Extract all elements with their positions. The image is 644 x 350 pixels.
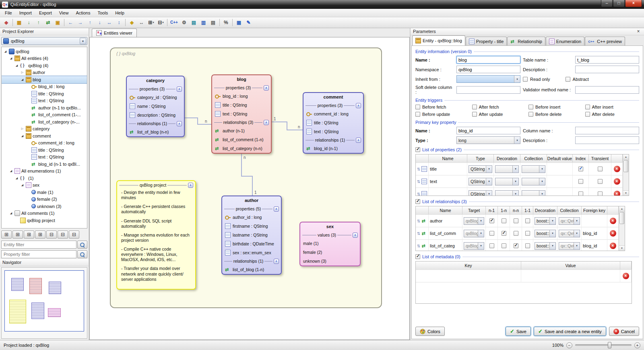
trigger-checkbox-after-update[interactable] — [472, 112, 477, 117]
dropdown-boost-s[interactable]: boost::s▾ — [535, 230, 556, 237]
tree-item-all-enumerations-1[interactable]: ◢All enumerations (1) — [2, 168, 87, 175]
menu-export[interactable]: Export — [35, 9, 56, 16]
expand-all-button[interactable]: ⊞ — [1, 231, 12, 239]
menu-actions[interactable]: Actions — [72, 9, 94, 16]
cpp-export-button[interactable]: C++ — [169, 18, 179, 27]
abstract-checkbox[interactable] — [566, 77, 570, 82]
table-scrollbar[interactable]: ▲▼ — [619, 206, 625, 251]
sync-entities-button[interactable]: ⇄ — [43, 18, 53, 27]
tree-item-qxblog-4[interactable]: ◢qxBlog (4) — [2, 62, 87, 69]
dropdown-empty[interactable]: ▾ — [522, 178, 545, 185]
align-right-button[interactable]: → — [76, 18, 85, 27]
tab-entities-viewer[interactable]: Entities viewer — [92, 29, 137, 37]
tree-item-unknown-3[interactable]: unknown (3) — [2, 203, 87, 210]
close-parameters-button[interactable]: × — [635, 28, 642, 35]
delete-row-button[interactable]: × — [610, 230, 616, 237]
tree-item-blog-id-long[interactable]: blog_id : long — [2, 83, 87, 91]
entity-box-comment[interactable]: commentproperties (3)∧comment_id : longt… — [303, 92, 364, 154]
tree-item-text-qstring[interactable]: text : QString — [2, 97, 87, 105]
entity-row[interactable]: male (1) — [300, 239, 360, 248]
expand-relationships-button[interactable]: ⊞ — [35, 231, 45, 239]
entity-row[interactable]: blog_id : long — [212, 92, 271, 101]
tab-property-title[interactable]: Property - title — [466, 37, 507, 45]
tree-item-1[interactable]: ◢(1) — [2, 175, 87, 182]
soft-delete-input[interactable] — [456, 86, 520, 94]
inherit-from-dropdown[interactable]: ▾ — [456, 75, 520, 83]
pk-column-input[interactable] — [575, 127, 639, 134]
trigger-checkbox-after-insert[interactable] — [585, 105, 590, 109]
table-view-button[interactable]: ▦ — [234, 18, 244, 27]
align-top-button[interactable]: ↑ — [85, 18, 95, 27]
entity-box-sex[interactable]: sexvalues (3)∧male (1)female (2)unknown … — [299, 222, 361, 266]
export-entities-button[interactable]: ↑ — [34, 18, 43, 27]
dropdown-qstring[interactable]: QString▾ — [469, 178, 492, 185]
namespace-input[interactable] — [456, 66, 520, 73]
dropdown-qxblog[interactable]: qxBlog::▾ — [464, 230, 484, 237]
delete-row-button[interactable]: × — [614, 178, 620, 185]
cardinality-1-n-checkbox[interactable] — [502, 231, 506, 236]
tree-item-comment[interactable]: ◢comment — [2, 132, 87, 140]
cardinality-1-1-checkbox[interactable] — [525, 243, 530, 248]
trigger-checkbox-before-update[interactable] — [415, 112, 420, 117]
cardinality-1-n-checkbox[interactable] — [502, 243, 506, 248]
edit-button[interactable]: ✎ — [244, 18, 253, 27]
tree-item-category[interactable]: ▷category — [2, 126, 87, 133]
relationships-section-checkbox[interactable] — [415, 199, 420, 204]
zoom-slider-thumb[interactable] — [608, 342, 611, 348]
menu-tools[interactable]: Tools — [94, 9, 111, 16]
trigger-checkbox-after-delete[interactable] — [585, 112, 590, 117]
tree-item-title-qstring[interactable]: title : QString — [2, 90, 87, 97]
collapse-section-button[interactable]: ∧ — [356, 103, 361, 108]
cardinality-1-1-checkbox[interactable] — [525, 231, 530, 236]
tree-expander[interactable]: ◢ — [9, 169, 13, 173]
tree-item-sex[interactable]: ◢sex — [2, 182, 87, 189]
index-checkbox[interactable] — [578, 167, 583, 171]
cardinality-n-n-checkbox[interactable] — [514, 243, 518, 248]
entity-row[interactable]: text : QString — [303, 127, 363, 136]
tree-item-list-of-comment-1[interactable]: list_of_comment (1-... — [2, 111, 87, 119]
entity-row[interactable]: female (2) — [300, 248, 360, 257]
entity-row[interactable]: list_of_blog (n-n) — [127, 128, 184, 136]
relationship-name-cell[interactable]: list_of_comm — [429, 227, 462, 239]
duplicate-entity-button[interactable]: ▣ — [53, 18, 62, 27]
tree-expander[interactable]: ◢ — [20, 78, 25, 81]
tree-item-list-of-category-n[interactable]: list_of_category (n-... — [2, 118, 87, 126]
cardinality-n-n-checkbox[interactable] — [514, 218, 518, 223]
comment-note-qxblog-project[interactable]: qxBlog project∧- Design the entity model… — [116, 180, 196, 290]
align-bottom-button[interactable]: ↓ — [95, 18, 104, 27]
maximize-button[interactable]: □ — [613, 0, 625, 7]
close-button[interactable]: × — [625, 0, 642, 7]
tree-item-male-1[interactable]: male (1) — [2, 189, 87, 196]
dropdown-qx-qxc[interactable]: qx::QxC▾ — [559, 230, 580, 237]
tree-expander[interactable]: ▷ — [20, 127, 25, 130]
pk-name-input[interactable] — [456, 127, 520, 134]
collapse-section-button[interactable]: ∧ — [177, 121, 182, 126]
scroll-thumb[interactable] — [623, 160, 628, 172]
entity-row[interactable]: comment_id : long — [303, 109, 363, 118]
tree-item-blog-id-n-1-to-qxbl[interactable]: blog_id (n-1 to qxBl... — [2, 161, 87, 168]
resize-button[interactable]: ↔ — [137, 18, 146, 27]
menu-help[interactable]: Help — [111, 9, 128, 16]
tree-item-author-n-1-to-qxblo[interactable]: author (n-1 to qxBlo... — [2, 104, 87, 111]
entity-row[interactable]: list_of_comment (1-n) — [212, 135, 271, 144]
cardinality-n-1-checkbox[interactable] — [489, 243, 494, 248]
cardinality-n-1-checkbox[interactable] — [489, 218, 494, 223]
tree-expander[interactable]: ◢ — [20, 134, 25, 138]
entity-box-category[interactable]: categoryproperties (3)∧category_id : QSt… — [126, 76, 185, 137]
delete-row-button[interactable]: × — [614, 191, 620, 196]
chevron-down-icon[interactable]: ▼ — [80, 38, 86, 44]
drag-handle-icon[interactable]: ⇅ — [417, 179, 420, 184]
distribute-horizontal-button[interactable]: ↔ — [105, 18, 114, 27]
index-checkbox[interactable] — [578, 179, 583, 184]
print-button[interactable]: ▤ — [208, 18, 218, 27]
distribute-vertical-button[interactable]: ↕ — [114, 18, 124, 27]
navigator-minimap[interactable] — [4, 270, 84, 331]
expand-entities-button[interactable]: ⊞ — [12, 231, 23, 239]
zoom-slider[interactable] — [575, 344, 632, 346]
entity-row[interactable]: sex : sex::enum_sex — [222, 248, 281, 257]
entity-name-input[interactable] — [456, 56, 520, 64]
cancel-button[interactable]: × Cancel — [609, 327, 639, 336]
tree-item-text-qstring[interactable]: text : QString — [2, 154, 87, 161]
menu-view[interactable]: View — [56, 9, 72, 16]
expand-properties-button[interactable]: ⊞ — [24, 231, 34, 239]
